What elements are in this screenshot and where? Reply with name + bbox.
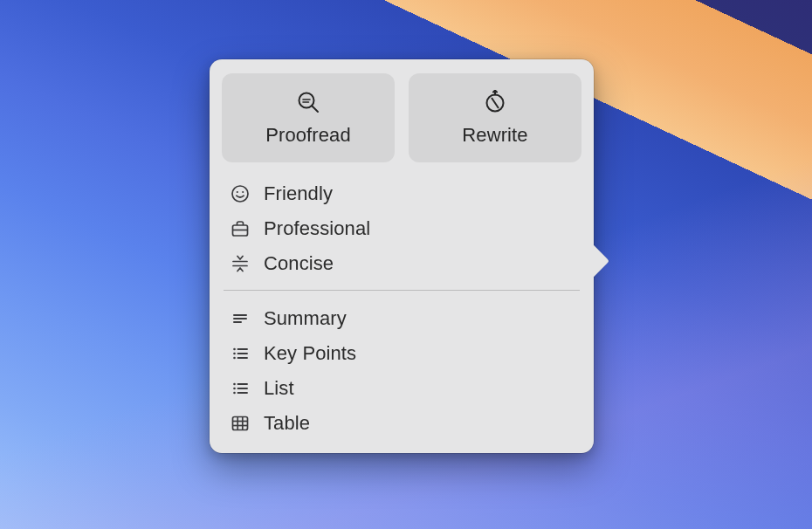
rewrite-button[interactable]: Rewrite <box>409 73 581 162</box>
rewrite-icon <box>482 89 508 115</box>
menu-item-concise[interactable]: Concise <box>227 246 576 281</box>
svg-rect-29 <box>233 417 248 430</box>
menu-item-label: Key Points <box>264 342 356 365</box>
menu-item-label: Friendly <box>264 182 333 205</box>
menu-item-table[interactable]: Table <box>227 406 576 441</box>
list-icon <box>231 379 250 398</box>
svg-line-5 <box>492 98 499 108</box>
svg-line-1 <box>313 106 319 113</box>
key-points-icon <box>231 344 250 363</box>
concise-icon <box>231 254 250 273</box>
menu-item-friendly[interactable]: Friendly <box>227 176 576 211</box>
menu-item-list[interactable]: List <box>227 371 576 406</box>
format-section: Summary Key Points <box>220 296 583 444</box>
svg-point-24 <box>233 388 236 390</box>
summary-icon <box>231 309 250 328</box>
menu-item-label: Concise <box>264 252 334 275</box>
menu-item-label: List <box>264 377 294 400</box>
briefcase-icon <box>231 219 250 238</box>
proofread-icon <box>295 89 321 115</box>
menu-item-professional[interactable]: Professional <box>227 211 576 246</box>
menu-item-key-points[interactable]: Key Points <box>227 336 576 371</box>
svg-point-8 <box>237 191 238 193</box>
menu-item-summary[interactable]: Summary <box>227 301 576 336</box>
proofread-button[interactable]: Proofread <box>222 73 395 162</box>
proofread-label: Proofread <box>265 124 351 147</box>
menu-item-label: Summary <box>264 307 347 330</box>
primary-actions-row: Proofread Rewrite <box>220 72 583 171</box>
section-divider <box>224 290 580 291</box>
menu-item-label: Professional <box>264 217 370 240</box>
svg-point-9 <box>242 191 244 193</box>
svg-point-17 <box>233 348 236 351</box>
svg-point-25 <box>233 392 236 395</box>
svg-point-7 <box>232 186 248 202</box>
writing-tools-popover: Proofread Rewrite <box>210 59 594 453</box>
svg-point-23 <box>233 383 236 386</box>
table-icon <box>231 414 250 433</box>
rewrite-label: Rewrite <box>462 124 527 147</box>
smile-icon <box>231 184 250 203</box>
svg-point-18 <box>233 353 236 355</box>
tone-section: Friendly Professional Con <box>220 171 583 285</box>
menu-item-label: Table <box>264 412 310 435</box>
svg-point-19 <box>233 357 236 360</box>
